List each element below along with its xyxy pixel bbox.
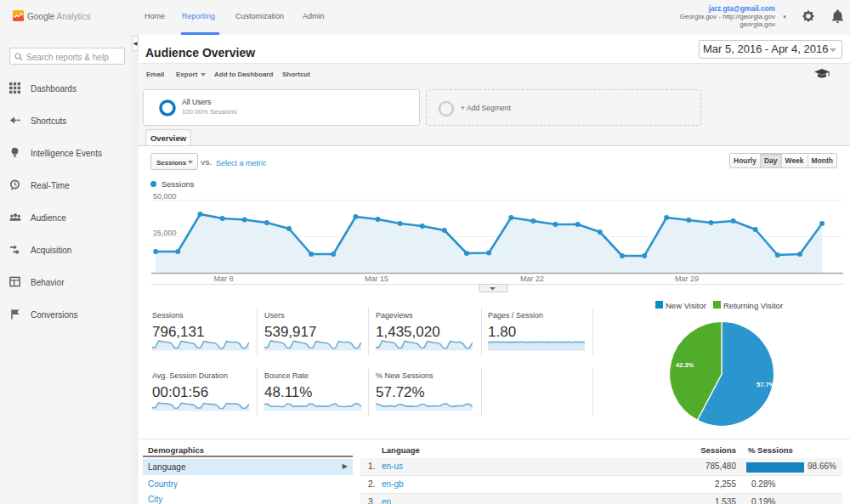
svg-text:57.7%: 57.7% bbox=[756, 381, 775, 388]
svg-text:Mar 29: Mar 29 bbox=[675, 275, 699, 283]
svg-text:Mar 22: Mar 22 bbox=[520, 275, 544, 283]
svg-text:42.3%: 42.3% bbox=[676, 361, 694, 369]
svg-text:25,000: 25,000 bbox=[153, 229, 177, 237]
svg-text:Mar 8: Mar 8 bbox=[213, 275, 233, 283]
svg-text:Mar 15: Mar 15 bbox=[365, 275, 388, 283]
svg-text:50,000: 50,000 bbox=[153, 192, 177, 201]
